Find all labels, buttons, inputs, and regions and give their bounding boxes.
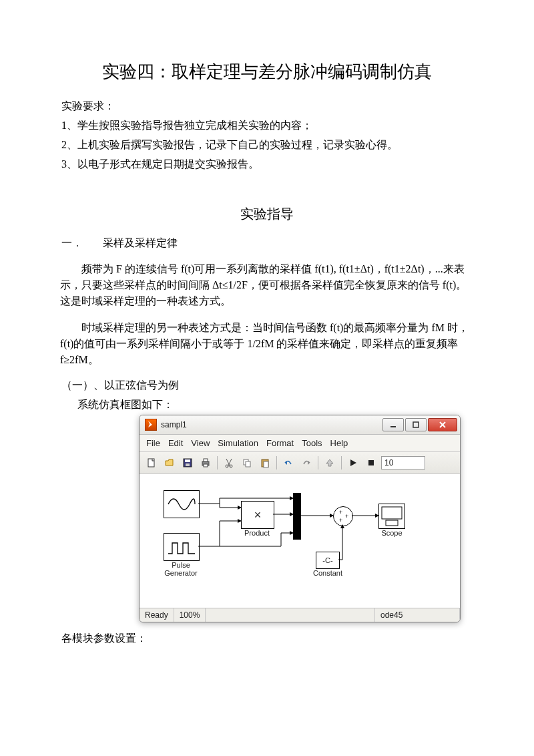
minimize-button[interactable] [382,418,404,431]
svg-rect-10 [204,464,208,467]
sum-block[interactable]: +++ [333,506,353,526]
new-button[interactable] [144,455,160,471]
svg-text:+: + [345,513,348,520]
scope-label: Scope [372,529,412,537]
requirements-label: 实验要求： [61,100,474,114]
svg-rect-4 [148,459,154,467]
constant-value: -C- [322,556,332,564]
simulink-icon [145,419,157,431]
status-bar: Ready 100% ode45 [140,608,460,622]
menu-file[interactable]: File [146,438,160,448]
svg-rect-16 [246,461,250,467]
svg-marker-21 [350,459,356,466]
menu-format[interactable]: Format [266,438,294,448]
mux-block[interactable] [293,493,301,540]
status-solver: ode45 [375,608,460,622]
product-symbol: × [254,508,262,522]
stop-button[interactable] [363,455,379,471]
save-button[interactable] [180,455,196,471]
run-button[interactable] [345,455,361,471]
module-params-label: 各模块参数设置： [61,632,474,646]
up-level-button[interactable] [322,455,338,471]
scope-block[interactable] [378,504,405,529]
section-1-heading: 一． 采样及采样定律 [61,236,474,250]
subsection-heading: （一）、以正弦信号为例 [61,379,474,393]
paragraph-1: 频带为 F 的连续信号 f(t)可用一系列离散的采样值 f(t1), f(t1±… [60,261,474,309]
window-title: sampl1 [161,420,382,429]
toolbar-separator [217,456,218,469]
window-titlebar: sampl1 [140,415,460,435]
paragraph-2: 时域采样定理的另一种表述方式是：当时间信号函数 f(t)的最高频率分量为 fM … [60,320,474,368]
svg-rect-22 [368,460,374,465]
constant-label: Constant [308,569,348,577]
menu-view[interactable]: View [191,438,210,448]
req-item-2: 2、上机实验后撰写实验报告，记录下自己的实验过程，记录实验心得。 [61,138,474,152]
print-button[interactable] [198,455,214,471]
toolbar-separator [341,456,342,469]
cut-button[interactable] [221,455,237,471]
svg-text:+: + [339,509,342,516]
status-spacer [206,608,375,622]
svg-rect-7 [186,463,190,466]
model-canvas[interactable]: Pulse Generator × Product +++ -C- Consta… [140,474,460,608]
guide-title: 实验指导 [60,205,474,223]
svg-rect-9 [204,459,208,461]
req-item-3: 3、以电子形式在规定日期提交实验报告。 [61,158,474,172]
svg-rect-6 [185,459,190,462]
sim-time-input[interactable]: 10 [381,456,425,469]
svg-rect-27 [386,520,398,526]
paste-button[interactable] [257,455,273,471]
undo-button[interactable] [280,455,296,471]
section-1-num: 一． [61,236,103,250]
pulse-generator-block[interactable] [164,533,200,561]
maximize-button[interactable] [405,418,427,431]
open-button[interactable] [162,455,178,471]
toolbar-separator [318,456,318,469]
close-button[interactable] [428,418,457,431]
svg-rect-26 [382,507,402,519]
constant-block[interactable]: -C- [316,552,340,569]
status-zoom: 100% [174,608,206,622]
sine-wave-block[interactable] [164,490,200,518]
toolbar: 10 [140,451,460,474]
doc-title: 实验四：取样定理与差分脉冲编码调制仿真 [60,60,474,83]
copy-button[interactable] [239,455,255,471]
section-1-title: 采样及采样定律 [103,236,178,250]
figure-caption: 系统仿真框图如下： [77,398,474,412]
menu-help[interactable]: Help [330,438,348,448]
svg-text:+: + [339,517,342,524]
menu-bar: File Edit View Simulation Format Tools H… [140,435,460,451]
menu-tools[interactable]: Tools [302,438,322,448]
simulink-window: sampl1 File Edit View Simulation Format … [139,415,461,622]
redo-button[interactable] [298,455,314,471]
svg-rect-18 [264,461,268,467]
status-ready: Ready [140,608,174,622]
product-label: Product [237,529,277,537]
menu-simulation[interactable]: Simulation [218,438,258,448]
pulse-generator-label: Pulse Generator [161,561,201,577]
product-block[interactable]: × [241,501,274,529]
menu-edit[interactable]: Edit [168,438,183,448]
req-item-1: 1、学生按照实验指导报告独立完成相关实验的内容； [61,119,474,133]
svg-rect-1 [413,422,419,427]
toolbar-separator [276,456,277,469]
